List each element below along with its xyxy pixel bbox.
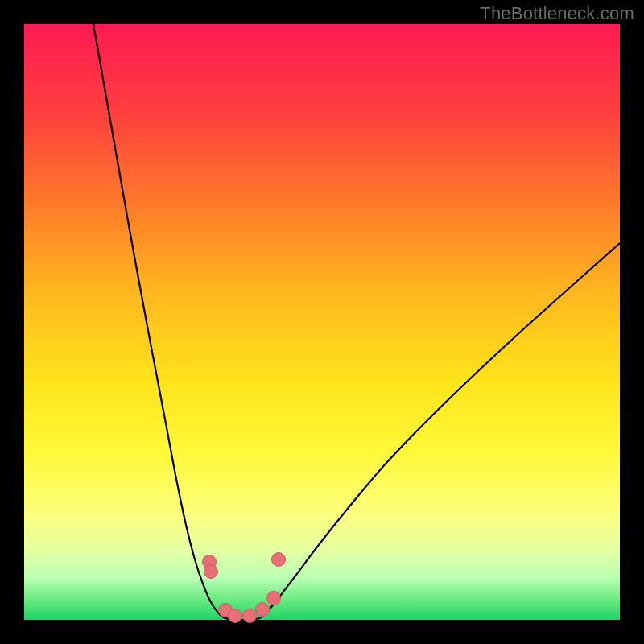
watermark-text: TheBottleneck.com xyxy=(480,3,634,24)
data-dot-5 xyxy=(256,603,270,617)
curve-svg xyxy=(24,24,620,620)
data-dots xyxy=(203,553,286,623)
data-dot-6 xyxy=(267,592,281,605)
data-dot-7 xyxy=(272,553,286,567)
data-dot-3 xyxy=(229,609,242,623)
data-dot-4 xyxy=(243,609,257,623)
bottleneck-curve xyxy=(93,24,620,620)
data-dot-1 xyxy=(204,565,218,579)
chart-frame: TheBottleneck.com xyxy=(0,0,644,644)
plot-area xyxy=(24,24,620,620)
